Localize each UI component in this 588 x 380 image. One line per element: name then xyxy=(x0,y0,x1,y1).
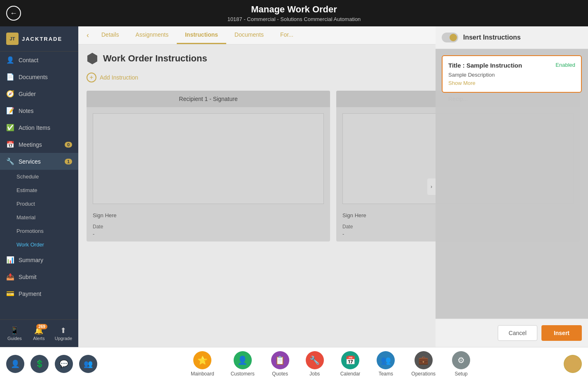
taskbar-jobs[interactable]: 🔧 Jobs xyxy=(306,351,324,377)
toggle-switch-icon xyxy=(442,33,458,42)
overlay-header: Insert Instructions xyxy=(436,26,588,49)
summary-icon: 📊 xyxy=(6,256,14,264)
overlay-panel: › Insert Instructions Title : Sample Ins… xyxy=(436,26,588,347)
sidebar-item-meetings[interactable]: 📅 Meetings 0 xyxy=(0,136,78,153)
overlay-toggle-button[interactable]: › xyxy=(427,178,436,195)
setup-icon: ⚙ xyxy=(452,351,470,369)
sidebar-item-label: Contact xyxy=(19,57,38,63)
sidebar-sub-product[interactable]: Product xyxy=(0,197,78,211)
taskbar-quotes[interactable]: 📋 Quotes xyxy=(271,351,289,377)
overlay-content: Title : Sample Instruction Enabled Sampl… xyxy=(436,49,588,319)
logo-text: JACKTRADE xyxy=(22,36,62,42)
main-layout: JT JACKTRADE 👤 Contact 📄 Documents 🧭 Gui… xyxy=(0,26,588,347)
taskbar-setup[interactable]: ⚙ Setup xyxy=(452,351,470,377)
instruction-title-row: Title : Sample Instruction xyxy=(448,62,522,69)
upgrade-icon: ⬆ xyxy=(60,326,66,335)
sidebar-item-guider[interactable]: 🧭 Guider xyxy=(0,85,78,102)
sidebar-item-label: Notes xyxy=(19,108,34,114)
cancel-button[interactable]: Cancel xyxy=(498,325,537,341)
avatar-image xyxy=(565,356,581,372)
calendar-icon: 📅 xyxy=(341,351,359,369)
show-more-button[interactable]: Show More xyxy=(448,80,575,86)
date-section-1: Date - xyxy=(87,220,330,242)
taskbar-right xyxy=(564,355,588,373)
operations-icon: 💼 xyxy=(415,351,433,369)
sidebar-sub-estimate[interactable]: Estimate xyxy=(0,183,78,197)
taskbar-group-icon[interactable]: 👥 xyxy=(79,355,97,373)
upgrade-button[interactable]: ⬆ Upgrade xyxy=(53,324,74,343)
sidebar-item-summary[interactable]: 📊 Summary xyxy=(0,251,78,268)
taskbar-customers[interactable]: 👤 Customers xyxy=(231,351,255,377)
tab-forms[interactable]: For... xyxy=(272,26,302,44)
instruction-status: Enabled xyxy=(555,62,575,68)
sidebar-item-contact[interactable]: 👤 Contact xyxy=(0,52,78,68)
date-label-1: Date xyxy=(93,224,324,230)
top-header: ← Manage Work Order 10187 - Commercial -… xyxy=(0,0,588,26)
jobs-icon: 🔧 xyxy=(306,351,324,369)
signature-card-1-header: Recipient 1 - Signature xyxy=(87,91,330,107)
signature-area-1[interactable] xyxy=(93,113,324,204)
guides-button[interactable]: 📱 Guides xyxy=(4,324,25,343)
sidebar-logo: JT JACKTRADE xyxy=(0,26,78,52)
sidebar-sub-schedule[interactable]: Schedule xyxy=(0,170,78,183)
overlay-footer: Cancel Insert xyxy=(436,319,588,347)
instruction-card[interactable]: Title : Sample Instruction Enabled Sampl… xyxy=(442,55,582,93)
taskbar-chat-icon[interactable]: 💬 xyxy=(55,355,73,373)
guider-icon: 🧭 xyxy=(6,90,14,98)
mainboard-icon: ⭐ xyxy=(193,351,211,369)
customers-icon: 👤 xyxy=(234,351,252,369)
sidebar-item-label: Action Items xyxy=(19,124,50,131)
instruction-name: Sample Instruction xyxy=(466,62,522,69)
sidebar-item-action-items[interactable]: ✅ Action Items xyxy=(0,119,78,136)
taskbar-left-icons: 👤 💲 💬 👥 xyxy=(0,355,97,373)
sidebar-sub-work-order[interactable]: Work Order xyxy=(0,238,78,251)
sidebar-item-label: Payment xyxy=(19,291,41,297)
tab-prev-arrow[interactable]: ‹ xyxy=(82,29,93,42)
user-avatar[interactable] xyxy=(564,355,582,373)
sidebar-item-notes[interactable]: 📝 Notes xyxy=(0,102,78,119)
taskbar-calendar[interactable]: 📅 Calendar xyxy=(340,351,361,377)
services-badge: 1 xyxy=(65,159,72,164)
meetings-badge: 0 xyxy=(65,142,72,148)
date-value-1: - xyxy=(93,230,324,238)
content-area: ‹ Details Assignments Instructions Docum… xyxy=(78,26,588,347)
sidebar-sub-material[interactable]: Material xyxy=(0,211,78,224)
taskbar-dollar-icon[interactable]: 💲 xyxy=(30,355,49,373)
back-button[interactable]: ← xyxy=(6,6,21,21)
sign-here-1: Sign Here xyxy=(87,210,330,220)
sidebar-item-services[interactable]: 🔧 Services 1 xyxy=(0,153,78,170)
sidebar: JT JACKTRADE 👤 Contact 📄 Documents 🧭 Gui… xyxy=(0,26,78,347)
sidebar-item-label: Documents xyxy=(19,74,48,80)
payment-icon: 💳 xyxy=(6,290,14,298)
sidebar-item-payment[interactable]: 💳 Payment xyxy=(0,285,78,302)
sidebar-item-label: Submit xyxy=(19,274,37,280)
logo-icon: JT xyxy=(6,33,19,45)
submit-icon: 📤 xyxy=(6,273,14,281)
taskbar-teams[interactable]: 👥 Teams xyxy=(377,351,395,377)
action-items-icon: ✅ xyxy=(6,124,14,131)
taskbar: 👤 💲 💬 👥 ⭐ Mainboard 👤 Customers 📋 Quotes… xyxy=(0,347,588,380)
tab-documents[interactable]: Documents xyxy=(226,26,272,44)
sidebar-sub-promotions[interactable]: Promotions xyxy=(0,224,78,238)
tab-assignments[interactable]: Assignments xyxy=(127,26,177,44)
tab-details[interactable]: Details xyxy=(93,26,127,44)
taskbar-mainboard[interactable]: ⭐ Mainboard xyxy=(191,351,214,377)
notes-icon: 📝 xyxy=(6,107,14,115)
alerts-button[interactable]: 🔔 269 Alerts xyxy=(28,324,49,343)
sidebar-item-submit[interactable]: 📤 Submit xyxy=(0,268,78,285)
meetings-icon: 📅 xyxy=(6,141,14,148)
sidebar-actions: 📱 Guides 🔔 269 Alerts ⬆ Upgrade xyxy=(0,319,78,347)
guides-icon: 📱 xyxy=(10,326,19,335)
taskbar-operations[interactable]: 💼 Operations xyxy=(411,351,436,377)
taskbar-user-icon[interactable]: 👤 xyxy=(6,355,24,373)
quotes-icon: 📋 xyxy=(271,351,289,369)
sidebar-item-label: Services xyxy=(19,158,41,165)
insert-button[interactable]: Insert xyxy=(541,325,582,341)
sidebar-nav: 👤 Contact 📄 Documents 🧭 Guider 📝 Notes ✅… xyxy=(0,52,78,319)
signature-card-1: Recipient 1 - Signature Sign Here Date - xyxy=(87,91,330,242)
documents-icon: 📄 xyxy=(6,73,14,81)
sidebar-item-label: Meetings xyxy=(19,141,42,148)
instruction-description: Sample Description xyxy=(448,72,575,78)
sidebar-item-documents[interactable]: 📄 Documents xyxy=(0,68,78,85)
tab-instructions[interactable]: Instructions xyxy=(177,26,226,44)
